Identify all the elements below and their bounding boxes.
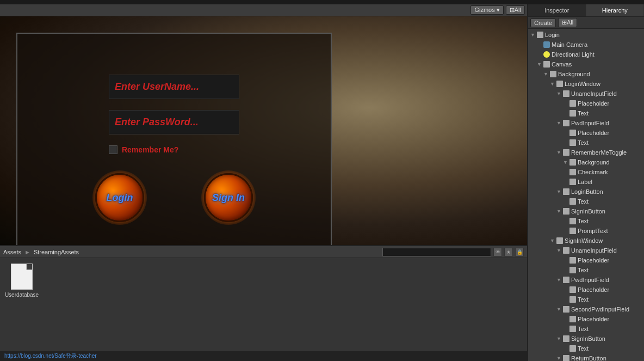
tree-item-login-button-text[interactable]: Text xyxy=(528,197,644,206)
tree-icon-gameobj xyxy=(563,355,569,361)
right-panel: Inspector Hierarchy Create ⊞All ▼LoginMa… xyxy=(527,4,644,361)
tree-item-remember-bg[interactable]: ▼Background xyxy=(528,157,644,167)
tree-icon-gameobj xyxy=(563,306,569,313)
tree-label: Placeholder xyxy=(578,316,609,322)
eye-icon[interactable]: 👁 xyxy=(493,248,502,256)
tree-icon-gameobj xyxy=(556,81,563,87)
scene-view: Gizmos ▾ ⊞All Enter UserName... Enter Pa… xyxy=(0,4,527,361)
right-tabs: Inspector Hierarchy xyxy=(528,4,644,17)
status-bar: https://blog.csdn.net/Safe登录-teacher xyxy=(0,351,527,361)
tree-label: LoginWindow xyxy=(565,81,600,87)
tree-item-uname-text[interactable]: Text xyxy=(528,108,644,118)
tree-icon-gameobj xyxy=(569,198,576,205)
signin-button[interactable]: Sign In xyxy=(201,170,256,225)
tree-item-login-root[interactable]: ▼Login xyxy=(528,30,644,40)
tree-item-background[interactable]: ▼Background xyxy=(528,69,644,79)
bottom-panel: Assets ► StreamingAssets 👁 ★ 🔒 Userdatab… xyxy=(0,245,527,351)
tree-label: Login xyxy=(545,32,560,38)
all-filter-button[interactable]: ⊞All xyxy=(506,5,525,15)
tree-label: Text xyxy=(578,296,589,303)
tree-item-main-camera[interactable]: Main Camera xyxy=(528,40,644,50)
tree-item-signinwindow[interactable]: ▼SignInWindow xyxy=(528,236,644,246)
userdatabase-asset[interactable]: Userdatabase xyxy=(5,264,38,298)
tab-hierarchy[interactable]: Hierarchy xyxy=(586,4,645,16)
tree-icon-gameobj xyxy=(563,149,569,156)
tree-icon-gameobj xyxy=(569,110,576,117)
login-button[interactable]: Login xyxy=(92,170,147,225)
tree-icon-gameobj xyxy=(569,267,576,273)
bottom-toolbar-icons: 👁 ★ 🔒 xyxy=(493,248,524,256)
tree-arrow: ▼ xyxy=(556,189,563,194)
remember-row: Remember Me? xyxy=(109,145,239,154)
tree-arrow: ▼ xyxy=(556,307,563,312)
tree-item-remember-label-node[interactable]: Label xyxy=(528,177,644,187)
tree-item-si-pwd-text[interactable]: Text xyxy=(528,295,644,304)
tree-item-uname-placeholder[interactable]: Placeholder xyxy=(528,99,644,108)
tree-item-uname-inputfield[interactable]: ▼UnameInputField xyxy=(528,89,644,99)
tree-item-pwd-placeholder[interactable]: Placeholder xyxy=(528,128,644,138)
tree-arrow: ▼ xyxy=(556,277,563,283)
tree-item-si-uname-placeholder[interactable]: Placeholder xyxy=(528,255,644,265)
tree-label: UnameInputField xyxy=(571,247,617,254)
tree-item-si-return-button[interactable]: ▼ReturnButton xyxy=(528,353,644,361)
tree-item-remember-checkmark[interactable]: Checkmark xyxy=(528,167,644,177)
hierarchy-all-filter[interactable]: ⊞All xyxy=(558,18,577,27)
tree-label: LoginButton xyxy=(571,188,603,195)
assets-search-input[interactable] xyxy=(382,248,491,256)
tree-icon-gameobj xyxy=(569,159,576,166)
tree-label: PwdInputField xyxy=(571,120,609,126)
tree-item-directional-light[interactable]: Directional Light xyxy=(528,50,644,59)
assets-content: Userdatabase xyxy=(0,258,527,351)
tree-label: Placeholder xyxy=(578,130,609,136)
remember-checkbox[interactable] xyxy=(109,145,117,154)
buttons-row: Login Sign In xyxy=(92,170,256,225)
tree-icon-gameobj xyxy=(563,247,569,254)
gizmos-button[interactable]: Gizmos ▾ xyxy=(470,5,503,15)
tree-item-si-signin-button[interactable]: ▼SignInButton xyxy=(528,334,644,344)
bookmark-icon[interactable]: ★ xyxy=(504,248,513,256)
tree-icon-gameobj xyxy=(556,237,563,244)
tree-item-pwd-text[interactable]: Text xyxy=(528,138,644,148)
tree-item-loginwindow[interactable]: ▼LoginWindow xyxy=(528,79,644,89)
password-input-field[interactable]: Enter PassWord... xyxy=(109,110,239,134)
lock-icon[interactable]: 🔒 xyxy=(515,248,524,256)
tree-icon-gameobj xyxy=(569,345,576,352)
tree-icon-gameobj xyxy=(569,169,576,175)
hierarchy-tree[interactable]: ▼LoginMain CameraDirectional Light▼Canva… xyxy=(528,29,644,361)
tree-icon-gameobj xyxy=(569,139,576,146)
tree-icon-gameobj xyxy=(569,326,576,332)
tree-arrow: ▼ xyxy=(543,71,550,77)
tree-arrow: ▼ xyxy=(530,32,537,38)
tree-label: Text xyxy=(578,139,589,146)
tree-item-si-secondpwd-inputfield[interactable]: ▼SecondPwdInputField xyxy=(528,304,644,314)
tree-arrow: ▼ xyxy=(556,150,563,155)
tree-item-si-pwd-inputfield[interactable]: ▼PwdInputField xyxy=(528,275,644,285)
tree-label: Placeholder xyxy=(578,286,609,293)
tree-item-si-uname-inputfield[interactable]: ▼UnameInputField xyxy=(528,246,644,255)
username-input-field[interactable]: Enter UserName... xyxy=(109,75,239,99)
tree-icon-gameobj xyxy=(563,188,569,195)
tree-label: Text xyxy=(578,110,589,117)
login-button-label: Login xyxy=(107,192,133,204)
tree-icon-gameobj xyxy=(563,277,569,283)
tree-item-pwd-inputfield[interactable]: ▼PwdInputField xyxy=(528,118,644,128)
create-button[interactable]: Create xyxy=(530,19,556,27)
assets-path-label: Assets xyxy=(3,249,21,255)
tree-label: SecondPwdInputField xyxy=(571,306,629,313)
remember-label: Remember Me? xyxy=(122,145,178,154)
tree-item-login-button[interactable]: ▼LoginButton xyxy=(528,187,644,197)
tree-item-si-signin-button-text[interactable]: Text xyxy=(528,344,644,353)
tree-item-si-uname-text[interactable]: Text xyxy=(528,265,644,275)
assets-toolbar: Assets ► StreamingAssets 👁 ★ 🔒 xyxy=(0,246,527,258)
tree-item-signin-button-text[interactable]: Text xyxy=(528,216,644,226)
tree-item-si-secondpwd-text[interactable]: Text xyxy=(528,324,644,334)
tab-inspector[interactable]: Inspector xyxy=(528,4,586,16)
tree-item-signin-button[interactable]: ▼SignInButton xyxy=(528,206,644,216)
tree-item-remember-toggle[interactable]: ▼RememberMeToggle xyxy=(528,148,644,157)
main-layout: Gizmos ▾ ⊞All Enter UserName... Enter Pa… xyxy=(0,4,644,361)
tree-item-canvas[interactable]: ▼Canvas xyxy=(528,59,644,69)
tree-item-signin-button-prompt[interactable]: PromptText xyxy=(528,226,644,236)
tree-icon-gameobj xyxy=(563,335,569,342)
tree-item-si-secondpwd-placeholder[interactable]: Placeholder xyxy=(528,314,644,324)
tree-item-si-pwd-placeholder[interactable]: Placeholder xyxy=(528,285,644,295)
